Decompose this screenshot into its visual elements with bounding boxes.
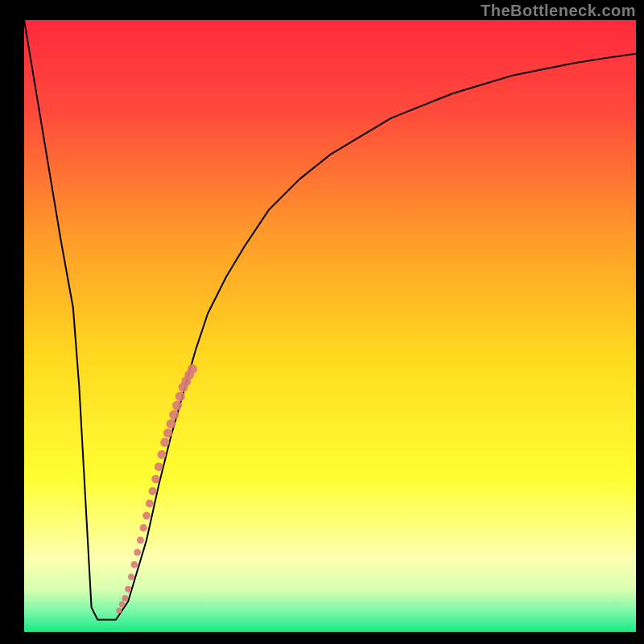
point-highlight-points <box>148 487 156 495</box>
plot-area <box>24 20 636 632</box>
point-highlight-points <box>172 401 182 411</box>
point-highlight-points <box>146 499 154 507</box>
chart-svg <box>24 20 636 632</box>
point-highlight-points <box>160 438 169 447</box>
point-highlight-points <box>142 512 151 520</box>
gradient-background <box>24 20 636 632</box>
point-highlight-points <box>163 428 173 438</box>
point-highlight-points <box>137 536 144 543</box>
point-highlight-points <box>119 601 125 607</box>
point-highlight-points <box>151 475 160 484</box>
watermark-text: TheBottleneck.com <box>481 2 636 20</box>
point-highlight-points <box>125 586 131 592</box>
point-highlight-points <box>116 608 122 613</box>
point-highlight-points <box>175 391 185 401</box>
point-highlight-points <box>155 462 163 471</box>
point-highlight-points <box>128 573 134 580</box>
point-highlight-points <box>157 450 166 459</box>
chart-frame: TheBottleneck.com <box>0 0 644 644</box>
point-highlight-points <box>134 549 141 556</box>
point-highlight-points <box>166 419 175 429</box>
point-highlight-points <box>188 364 197 374</box>
point-highlight-points <box>169 410 179 419</box>
point-highlight-points <box>131 561 138 568</box>
point-highlight-points <box>122 595 129 601</box>
point-highlight-points <box>140 524 147 531</box>
